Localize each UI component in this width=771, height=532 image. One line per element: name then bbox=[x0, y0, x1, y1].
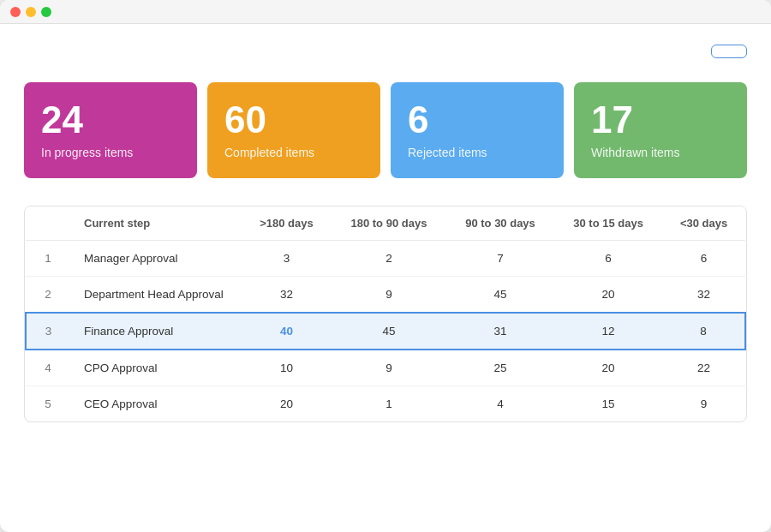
value-cell-4: 4 bbox=[446, 386, 554, 422]
card-label: Completed items bbox=[224, 146, 363, 159]
col-header-1: Current step bbox=[70, 206, 242, 241]
value-cell-0: 1 bbox=[26, 241, 70, 277]
main-content: 24 In progress items 60 Completed items … bbox=[0, 24, 771, 443]
card-number: 17 bbox=[591, 101, 730, 139]
col-header-6: <30 days bbox=[662, 206, 745, 241]
table-row[interactable]: 2Department Head Approval329452032 bbox=[26, 277, 745, 314]
value-cell-0: 4 bbox=[26, 350, 70, 386]
close-button[interactable] bbox=[10, 7, 21, 17]
card-label: Rejected items bbox=[408, 146, 547, 159]
col-header-0 bbox=[26, 206, 70, 241]
value-cell-3: 1 bbox=[332, 386, 446, 422]
value-cell-0: 3 bbox=[26, 313, 70, 350]
maximize-button[interactable] bbox=[41, 7, 51, 17]
value-cell-2: 20 bbox=[242, 386, 332, 422]
status-card-0: 24 In progress items bbox=[24, 82, 197, 178]
col-header-2: >180 days bbox=[242, 206, 332, 241]
value-cell-6: 6 bbox=[662, 241, 745, 277]
value-cell-3: 9 bbox=[332, 277, 446, 314]
value-cell-2: 40 bbox=[242, 313, 332, 350]
value-cell-6: 32 bbox=[662, 277, 745, 314]
status-cards: 24 In progress items 60 Completed items … bbox=[24, 82, 747, 178]
value-cell-5: 12 bbox=[554, 313, 662, 350]
table-body: 1Manager Approval327662Department Head A… bbox=[26, 241, 745, 422]
col-header-3: 180 to 90 days bbox=[332, 206, 446, 241]
app-window: 24 In progress items 60 Completed items … bbox=[0, 0, 771, 532]
card-label: Withdrawn items bbox=[591, 146, 730, 159]
table-row[interactable]: 3Finance Approval404531128 bbox=[26, 313, 745, 350]
value-cell-2: 32 bbox=[242, 277, 332, 314]
status-card-2: 6 Rejected items bbox=[391, 82, 564, 178]
value-cell-3: 45 bbox=[332, 313, 446, 350]
table-row[interactable]: 5CEO Approval2014159 bbox=[26, 386, 745, 422]
minimize-button[interactable] bbox=[26, 7, 36, 17]
value-cell-4: 7 bbox=[446, 241, 554, 277]
value-cell-5: 6 bbox=[554, 241, 662, 277]
table-row[interactable]: 4CPO Approval109252022 bbox=[26, 350, 745, 386]
value-cell-4: 45 bbox=[446, 277, 554, 314]
reports-button[interactable] bbox=[711, 45, 747, 58]
step-cell: CEO Approval bbox=[70, 386, 242, 422]
value-cell-5: 20 bbox=[554, 350, 662, 386]
table-row[interactable]: 1Manager Approval32766 bbox=[26, 241, 745, 277]
card-number: 6 bbox=[408, 101, 547, 139]
card-number: 24 bbox=[41, 101, 180, 139]
card-label: In progress items bbox=[41, 146, 180, 159]
value-cell-2: 10 bbox=[242, 350, 332, 386]
value-cell-3: 9 bbox=[332, 350, 446, 386]
value-cell-5: 15 bbox=[554, 386, 662, 422]
step-cell: CPO Approval bbox=[70, 350, 242, 386]
value-cell-6: 9 bbox=[662, 386, 745, 422]
step-cell: Finance Approval bbox=[70, 313, 242, 350]
step-cell: Manager Approval bbox=[70, 241, 242, 277]
value-cell-0: 5 bbox=[26, 386, 70, 422]
purchase-requests-table: Current step>180 days180 to 90 days90 to… bbox=[25, 206, 746, 421]
table-wrapper: Current step>180 days180 to 90 days90 to… bbox=[24, 206, 747, 422]
value-cell-4: 31 bbox=[446, 313, 554, 350]
page-header bbox=[24, 45, 747, 58]
status-card-3: 17 Withdrawn items bbox=[574, 82, 747, 178]
value-cell-5: 20 bbox=[554, 277, 662, 314]
value-cell-2: 3 bbox=[242, 241, 332, 277]
value-cell-3: 2 bbox=[332, 241, 446, 277]
value-cell-6: 22 bbox=[662, 350, 745, 386]
value-cell-0: 2 bbox=[26, 277, 70, 314]
card-number: 60 bbox=[224, 101, 363, 139]
value-cell-6: 8 bbox=[662, 313, 745, 350]
col-header-4: 90 to 30 days bbox=[446, 206, 554, 241]
value-cell-4: 25 bbox=[446, 350, 554, 386]
table-header: Current step>180 days180 to 90 days90 to… bbox=[26, 206, 745, 241]
col-header-5: 30 to 15 days bbox=[554, 206, 662, 241]
title-bar bbox=[0, 0, 771, 24]
step-cell: Department Head Approval bbox=[70, 277, 242, 314]
status-card-1: 60 Completed items bbox=[207, 82, 380, 178]
